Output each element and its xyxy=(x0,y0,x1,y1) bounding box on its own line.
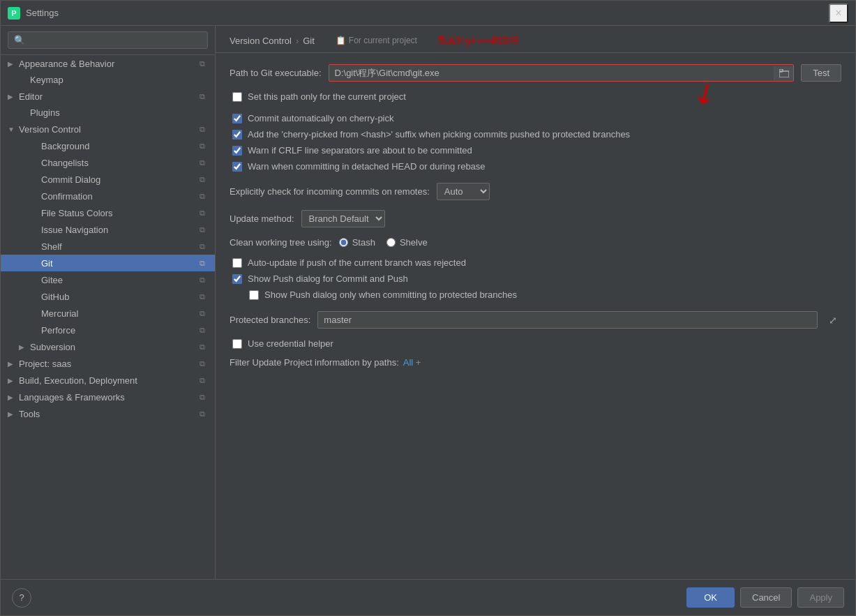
sidebar-item-shelf[interactable]: Shelf ⧉ xyxy=(1,238,215,255)
sidebar-item-project-saas[interactable]: ▶ Project: saas ⧉ xyxy=(1,355,215,372)
protected-branches-label: Protected branches: xyxy=(230,315,310,325)
update-method-label: Update method: xyxy=(230,213,294,224)
expand-arrow: ▶ xyxy=(8,410,19,418)
incoming-commits-label: Explicitly check for incoming commits on… xyxy=(230,186,430,197)
sidebar-item-appearance[interactable]: ▶ Appearance & Behavior ⧉ xyxy=(1,55,215,72)
credential-helper-label: Use credential helper xyxy=(248,338,333,349)
cancel-button[interactable]: Cancel xyxy=(740,587,792,608)
cb3-row: Warn if CRLF line separators are about t… xyxy=(230,145,841,156)
show-push-protected-checkbox[interactable] xyxy=(249,290,259,300)
sidebar-item-subversion[interactable]: ▶ Subversion ⧉ xyxy=(1,338,215,355)
sidebar-item-commit-dialog[interactable]: Commit Dialog ⧉ xyxy=(1,171,215,188)
expand-protected-branches-button[interactable]: ⤢ xyxy=(825,312,841,329)
credential-helper-checkbox[interactable] xyxy=(232,339,242,349)
search-input[interactable] xyxy=(8,31,208,49)
sidebar-item-file-status-colors[interactable]: File Status Colors ⧉ xyxy=(1,204,215,221)
bottom-bar: ? OK Cancel Apply xyxy=(1,579,855,615)
sidebar-item-keymap[interactable]: Keymap xyxy=(1,72,215,88)
show-push-dialog-checkbox[interactable] xyxy=(232,274,242,284)
sidebar-item-perforce[interactable]: Perforce ⧉ xyxy=(1,322,215,338)
cb2-label: Add the 'cherry-picked from <hash>' suff… xyxy=(248,129,630,140)
for-current-project: 📋 For current project xyxy=(336,36,417,45)
copy-icon: ⧉ xyxy=(197,308,208,319)
protected-branches-input[interactable] xyxy=(317,311,818,329)
close-button[interactable]: × xyxy=(829,3,848,23)
copy-icon: ⧉ xyxy=(197,391,208,403)
cb1-row: Commit automatically on cherry-pick xyxy=(230,113,841,123)
svg-rect-3 xyxy=(779,69,783,72)
auto-update-checkbox[interactable] xyxy=(232,258,242,268)
shelve-label: Shelve xyxy=(400,237,428,248)
radio-shelve[interactable]: Shelve xyxy=(386,237,428,248)
sidebar-item-confirmation[interactable]: Confirmation ⧉ xyxy=(1,188,215,204)
copy-icon: ⧉ xyxy=(197,324,208,336)
breadcrumb-part2: Git xyxy=(303,36,315,46)
sidebar-item-git[interactable]: Git ⧉ xyxy=(1,255,215,271)
search-box xyxy=(1,26,215,55)
sidebar: ▶ Appearance & Behavior ⧉ Keymap ▶ Edito… xyxy=(1,26,216,579)
filter-update-label: Filter Update Project information by pat… xyxy=(230,357,399,368)
help-button[interactable]: ? xyxy=(12,588,31,608)
apply-button[interactable]: Apply xyxy=(797,587,844,608)
copy-icon: ⧉ xyxy=(197,274,208,285)
checkboxes-section2: Auto-update if push of the current branc… xyxy=(230,257,841,300)
sidebar-item-issue-navigation[interactable]: Issue Navigation ⧉ xyxy=(1,221,215,238)
cb3-label: Warn if CRLF line separators are about t… xyxy=(248,145,472,156)
clipboard-icon: 📋 xyxy=(336,36,346,45)
filter-update-link[interactable]: All + xyxy=(403,357,421,368)
sidebar-item-gitee[interactable]: Gitee ⧉ xyxy=(1,271,215,288)
sidebar-item-background[interactable]: Background ⧉ xyxy=(1,137,215,154)
sidebar-item-languages[interactable]: ▶ Languages & Frameworks ⧉ xyxy=(1,389,215,405)
sidebar-item-tools[interactable]: ▶ Tools ⧉ xyxy=(1,405,215,422)
cb1-label: Commit automatically on cherry-pick xyxy=(248,113,394,123)
content-panel: Version Control › Git 📋 For current proj… xyxy=(216,26,855,579)
update-method-select[interactable]: Branch Default Merge Rebase xyxy=(301,210,385,227)
copy-icon: ⧉ xyxy=(197,408,208,419)
expand-arrow: ▼ xyxy=(8,126,19,133)
test-button[interactable]: Test xyxy=(801,64,841,82)
copy-icon: ⧉ xyxy=(197,58,208,69)
expand-arrow: ▶ xyxy=(8,60,19,68)
ok-button[interactable]: OK xyxy=(686,587,735,608)
sidebar-item-changelists[interactable]: Changelists ⧉ xyxy=(1,154,215,171)
copy-icon: ⧉ xyxy=(197,341,208,352)
git-path-input[interactable] xyxy=(329,65,774,81)
checkboxes-section1: Commit automatically on cherry-pick Add … xyxy=(230,113,841,172)
radio-group: Stash Shelve xyxy=(339,237,428,248)
copy-icon: ⧉ xyxy=(197,291,208,302)
copy-icon: ⧉ xyxy=(197,241,208,252)
browse-button[interactable] xyxy=(774,66,793,80)
radio-stash[interactable]: Stash xyxy=(339,237,375,248)
copy-icon: ⧉ xyxy=(197,375,208,386)
incoming-commits-select[interactable]: Auto Always Never xyxy=(437,183,490,200)
breadcrumb: Version Control › Git xyxy=(230,36,315,46)
expand-arrow: ▶ xyxy=(8,360,19,368)
main-content: ▶ Appearance & Behavior ⧉ Keymap ▶ Edito… xyxy=(1,26,855,579)
sidebar-item-editor[interactable]: ▶ Editor ⧉ xyxy=(1,88,215,105)
cb4-label: Warn when committing in detached HEAD or… xyxy=(248,161,486,172)
copy-icon: ⧉ xyxy=(197,190,208,202)
commit-cherry-pick-checkbox[interactable] xyxy=(232,114,242,123)
cherry-picked-suffix-checkbox[interactable] xyxy=(232,130,242,140)
sidebar-item-mercurial[interactable]: Mercurial ⧉ xyxy=(1,305,215,322)
copy-icon: ⧉ xyxy=(197,207,208,218)
annotation-text: 配置好git.exe的路径 xyxy=(438,34,519,47)
copy-icon: ⧉ xyxy=(197,91,208,102)
warn-crlf-checkbox[interactable] xyxy=(232,146,242,156)
expand-arrow: ▶ xyxy=(8,93,19,100)
stash-radio[interactable] xyxy=(339,238,348,247)
sidebar-item-version-control[interactable]: ▼ Version Control ⧉ xyxy=(1,121,215,137)
expand-arrow: ▶ xyxy=(8,377,19,384)
sidebar-item-github[interactable]: GitHub ⧉ xyxy=(1,288,215,305)
breadcrumb-part1: Version Control xyxy=(230,36,292,46)
breadcrumb-separator: › xyxy=(296,36,299,46)
bottom-buttons: OK Cancel Apply xyxy=(686,587,844,608)
shelve-radio[interactable] xyxy=(386,238,396,247)
warn-detached-checkbox[interactable] xyxy=(232,162,242,172)
set-path-only-checkbox[interactable] xyxy=(232,92,242,102)
filter-update-row: Filter Update Project information by pat… xyxy=(230,357,841,368)
sidebar-item-plugins[interactable]: Plugins xyxy=(1,105,215,121)
sidebar-item-build[interactable]: ▶ Build, Execution, Deployment ⧉ xyxy=(1,372,215,389)
for-current-project-label: For current project xyxy=(349,36,417,45)
copy-icon: ⧉ xyxy=(197,358,208,369)
